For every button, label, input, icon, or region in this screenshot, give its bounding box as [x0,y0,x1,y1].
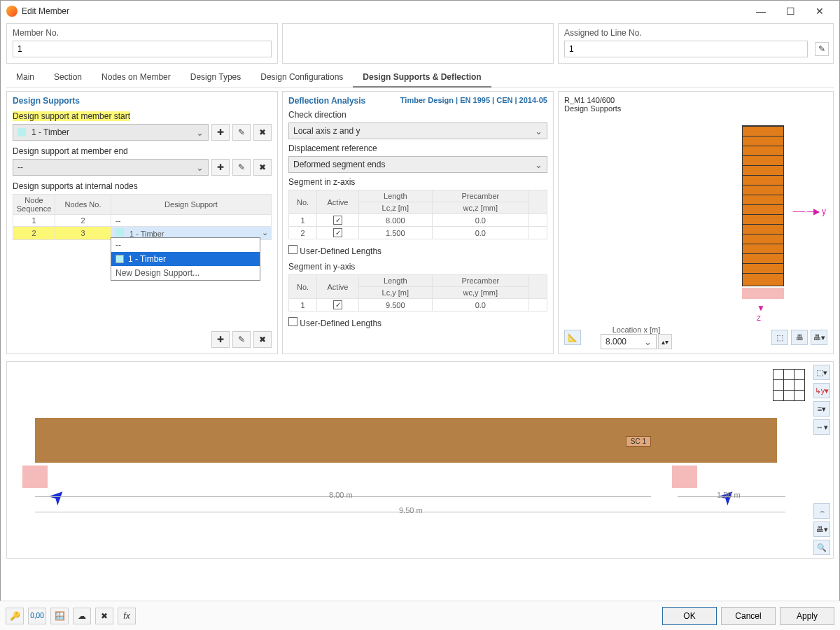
units-icon[interactable]: 0,00 [28,608,46,624]
pick-line-icon[interactable]: ✎ [815,42,829,56]
udl-y-checkbox[interactable] [288,317,298,326]
check-dir-value: Local axis z and y [293,126,360,136]
table-row[interactable]: 1 ✓ 9.500 0.0 [289,299,547,312]
start-delete-icon[interactable]: ✖ [253,124,272,141]
view-print2-icon[interactable]: 🖶▾ [813,522,830,537]
support-cell-dropdown[interactable]: 1 - Timber ⌄ -- 1 - Timber New Design Su… [111,227,272,240]
ok-button[interactable]: OK [662,607,717,625]
member-no-panel: Member No. [6,23,278,64]
support-left [22,465,48,488]
table-row[interactable]: 1 2 -- [13,215,272,227]
dim3: 9.50 m [399,506,423,514]
tab-design-types[interactable]: Design Types [181,68,251,88]
checkbox-icon[interactable]: ✓ [333,228,342,237]
location-combo[interactable]: 8.000 [601,334,657,349]
member-no-label: Member No. [13,28,272,38]
support-dropdown: -- 1 - Timber New Design Support... [111,237,260,281]
start-combo[interactable]: 1 - Timber [13,124,209,141]
window-title: Edit Member [22,6,747,16]
beam-preview: SC 1 ➤ ➤ 8.00 m 1.50 m 9.50 m ⬚▾ ↳y▾ ≡▾ … [6,361,834,559]
support-graphic [742,288,784,299]
cancel-button[interactable]: Cancel [721,607,776,625]
axis-z-label: ▼z [757,303,765,323]
tab-section[interactable]: Section [44,68,92,88]
internal-new-icon[interactable]: ✚ [211,331,230,348]
end-delete-icon[interactable]: ✖ [253,159,272,176]
design-supports-title: Design Supports [13,96,272,106]
tool2-icon[interactable]: ☁ [73,608,91,624]
more-view-icon[interactable]: 🖶▾ [811,330,827,345]
design-supports-panel: Design Supports Design support at member… [6,91,278,354]
end-label: Design support at member end [13,146,272,156]
spinner-icon[interactable]: ▴▾ [658,334,672,349]
udl-z-label: User-Defined Lengths [300,246,382,256]
view-1-icon[interactable]: ⬚ [771,330,788,345]
tab-main[interactable]: Main [6,68,44,88]
seg-z-table: No. Active Length Precamber Lc,z [m] wc,… [288,190,547,239]
internal-delete-icon[interactable]: ✖ [253,331,272,348]
start-label: Design support at member start [13,111,130,121]
tab-nodes-on-member[interactable]: Nodes on Member [92,68,181,88]
tool3-icon[interactable]: ✖ [95,608,113,624]
print-icon[interactable]: 🖶 [791,330,808,345]
dropdown-item-new[interactable]: New Design Support... [111,266,260,280]
deflection-panel: Deflection AnalysisTimber Design | EN 19… [282,91,554,354]
help-icon[interactable]: 🔑 [6,608,24,624]
tool4-icon[interactable]: fx [118,608,136,624]
table-row[interactable]: 2 3 1 - Timber ⌄ -- 1 - Timber New Desig… [13,227,272,240]
view-xy-icon[interactable]: ↳y▾ [813,383,830,398]
table-row[interactable]: 2 ✓ 1.500 0.0 [289,227,547,239]
view-axis-icon[interactable]: ↔▾ [813,419,830,435]
tabs: MainSectionNodes on MemberDesign TypesDe… [6,68,834,88]
sc-label: SC 1 [626,436,651,447]
table-row[interactable]: 1 ✓ 8.000 0.0 [289,214,547,227]
beam-graphic [35,418,777,463]
deflection-title: Deflection Analysis [288,96,365,106]
end-combo-value: -- [18,162,23,172]
assigned-label: Assigned to Line No. [564,28,827,38]
view-reset-icon[interactable]: 🔍 [813,540,830,555]
internal-edit-icon[interactable]: ✎ [232,331,251,348]
view-iso-icon[interactable]: ⬚▾ [813,365,830,380]
tab-design-supports-deflection[interactable]: Design Supports & Deflection [353,68,491,88]
preview-title1: R_M1 140/600 [564,96,827,104]
measure-icon[interactable]: 📐 [564,330,581,345]
start-edit-icon[interactable]: ✎ [232,124,251,141]
end-combo[interactable]: -- [13,159,209,176]
checkbox-icon[interactable]: ✓ [333,300,342,309]
assigned-input[interactable] [564,41,808,57]
support-right [672,465,697,488]
location-label: Location x [m] [601,326,672,334]
footer: 🔑 0,00 🪟 ☁ ✖ fx OK Cancel Apply [0,601,840,630]
preview-panel: R_M1 140/600 Design Supports ──·─▶ y ▼z … [558,91,834,354]
app-icon [6,6,18,17]
close-button[interactable]: ✕ [806,1,834,21]
apply-button[interactable]: Apply [780,607,834,625]
col-seq: Node Sequence [13,195,55,215]
assigned-panel: Assigned to Line No. ✎ [558,23,834,64]
disp-ref-combo[interactable]: Deformed segment ends [288,156,547,173]
tool1-icon[interactable]: 🪟 [50,608,69,624]
maximize-button[interactable]: ☐ [776,1,804,21]
view-cube-icon[interactable] [773,369,805,401]
start-new-icon[interactable]: ✚ [211,124,230,141]
check-dir-combo[interactable]: Local axis z and y [288,122,547,139]
cross-section-graphic [742,125,784,286]
checkbox-icon[interactable]: ✓ [333,216,342,225]
dropdown-item-none[interactable]: -- [111,238,260,252]
seg-y-label: Segment in y-axis [288,262,547,272]
udl-y-label: User-Defined Lengths [300,318,382,328]
seg-z-label: Segment in z-axis [288,177,547,187]
end-new-icon[interactable]: ✚ [211,159,230,176]
tab-design-configurations[interactable]: Design Configurations [251,68,353,88]
dropdown-item-timber[interactable]: 1 - Timber [111,252,260,266]
view-persp-icon[interactable]: ⌢ [813,503,830,519]
internal-nodes-table: Node Sequence Nodes No. Design Support 1… [13,194,272,240]
end-edit-icon[interactable]: ✎ [232,159,251,176]
start-combo-value: 1 - Timber [31,127,69,137]
view-layers-icon[interactable]: ≡▾ [813,401,830,416]
minimize-button[interactable]: — [747,1,775,21]
member-no-input[interactable] [13,41,272,57]
udl-z-checkbox[interactable] [288,245,298,254]
disp-ref-value: Deformed segment ends [293,160,385,169]
